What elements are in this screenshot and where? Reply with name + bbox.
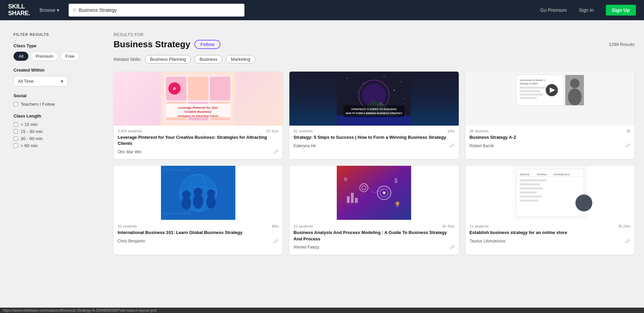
svg-text:HOW TO FORM A WINNING BUSINESS: HOW TO FORM A WINNING BUSINESS STRATEGY — [345, 112, 402, 114]
course-card-1[interactable]: P Leverage Pinterest for Your Creative B… — [114, 72, 283, 159]
course-thumb-5: $ ⚙ 💡 — [289, 166, 458, 221]
results-title: Business Strategy — [114, 39, 190, 50]
svg-point-39 — [570, 79, 579, 88]
svg-text:Strategic Position: Strategic Position — [520, 82, 538, 85]
course-card-2[interactable]: STRATEGY: 5 STEPS TO SUCCESS HOW TO FORM… — [289, 72, 458, 159]
created-within-select[interactable]: All Time ▾ — [14, 76, 68, 86]
teachers-follow-label: Teachers I Follow — [21, 102, 55, 107]
svg-text:Strategies for Attracting Clie: Strategies for Attracting Clients — [178, 114, 219, 118]
svg-point-21 — [404, 98, 405, 99]
bookmark-icon-4[interactable]: ☍ — [273, 238, 279, 244]
course-duration-3: 3h — [626, 129, 630, 133]
svg-rect-3 — [188, 77, 208, 100]
svg-text:General :: General : — [520, 173, 531, 176]
bookmark-icon-6[interactable]: ☍ — [625, 238, 630, 244]
class-type-label: Class Type — [14, 43, 99, 48]
skill-business[interactable]: Business — [194, 55, 222, 63]
svg-text:💡: 💡 — [394, 201, 401, 208]
length-15-30-input[interactable] — [14, 129, 18, 134]
course-meta-2: 41 students 14m — [289, 126, 458, 134]
svg-point-40 — [568, 88, 581, 105]
course-card-4[interactable]: 01001010100101001 10110010010110101 32 s… — [114, 166, 283, 254]
svg-rect-77 — [520, 183, 540, 185]
course-students-3: 38 students — [470, 129, 489, 133]
bookmark-icon-3[interactable]: ☍ — [625, 142, 630, 149]
teachers-follow-checkbox[interactable]: Teachers I Follow — [14, 102, 99, 107]
results-count: 1299 Results — [609, 42, 635, 47]
bookmark-icon-5[interactable]: ☍ — [449, 244, 455, 251]
svg-rect-76 — [520, 179, 547, 181]
course-duration-5: 2h 43m — [442, 224, 455, 228]
skill-marketing[interactable]: Marketing — [226, 55, 255, 63]
length-30-60[interactable]: 30 - 60 min — [14, 136, 99, 141]
course-card-6[interactable]: General : Timeline Development — [466, 166, 635, 254]
bookmark-icon-1[interactable]: ☍ — [273, 149, 279, 155]
results-title-area: Business Strategy Follow — [114, 39, 220, 50]
course-students-2: 41 students — [293, 129, 313, 133]
svg-rect-59 — [347, 196, 350, 203]
status-url: https://www.skillshare.com/classes/Busin… — [3, 308, 157, 312]
svg-point-53 — [206, 195, 216, 209]
course-author-5: Ahmed Fawzy — [293, 245, 319, 250]
course-card-3[interactable]: Introduction to Module 1: Strategic Posi… — [466, 72, 635, 159]
created-within-value: All Time — [18, 79, 33, 84]
course-author-4: Chris Benjamin — [118, 239, 145, 243]
svg-rect-80 — [520, 195, 542, 198]
sign-in-button[interactable]: Sign In — [579, 7, 594, 13]
svg-rect-60 — [351, 193, 354, 203]
go-premium-button[interactable]: Go Premium — [540, 7, 567, 13]
svg-point-51 — [193, 194, 203, 209]
teachers-follow-input[interactable] — [14, 102, 18, 106]
svg-rect-43 — [513, 107, 587, 126]
svg-point-19 — [357, 92, 357, 92]
length-gt60-input[interactable] — [14, 144, 18, 148]
logo[interactable]: SKILLSHARE. — [8, 3, 30, 17]
sidebar: FILTER RESULTS Class Type All Premium Fr… — [0, 20, 108, 313]
svg-rect-34 — [520, 87, 547, 89]
follow-button[interactable]: Follow — [194, 40, 220, 49]
svg-text:01001010100101001: 01001010100101001 — [163, 168, 190, 172]
course-author-row-1: Ohn Mar Win ☍ — [114, 149, 283, 159]
length-15-30[interactable]: 15 - 30 min — [14, 129, 99, 134]
svg-rect-37 — [520, 97, 536, 99]
course-author-row-3: Robert Barcik ☍ — [466, 142, 635, 153]
svg-point-20 — [394, 90, 395, 91]
course-thumb-6: General : Timeline Development — [466, 166, 635, 221]
svg-text:10110010010110101: 10110010010110101 — [163, 212, 190, 215]
navbar: SKILLSHARE. Browse ▾ ⚲ Go Premium Sign I… — [0, 0, 644, 20]
svg-rect-27 — [343, 105, 404, 117]
course-author-3: Robert Barcik — [470, 144, 494, 148]
course-meta-1: 2,454 students 1h 31m — [114, 126, 283, 134]
svg-text:Development: Development — [553, 173, 570, 176]
course-card-5[interactable]: $ ⚙ 💡 23 students 2h 43m Business Analys… — [289, 166, 458, 254]
svg-text:$: $ — [394, 177, 398, 184]
length-lt15-input[interactable] — [14, 122, 18, 127]
svg-text:Leverage Pinterest for Your: Leverage Pinterest for Your — [178, 106, 218, 109]
thumb-container-2: STRATEGY: 5 STEPS TO SUCCESS HOW TO FORM… — [289, 72, 458, 126]
sign-up-button[interactable]: Sign Up — [606, 5, 636, 16]
course-students-1: 2,454 students — [118, 129, 142, 133]
thumb-container-4: 01001010100101001 10110010010110101 — [114, 166, 283, 221]
bookmark-icon-2[interactable]: ☍ — [449, 142, 455, 149]
length-lt15[interactable]: < 15 min — [14, 122, 99, 127]
course-title-2: Strategy: 5 Steps to Success | How to Fo… — [289, 134, 458, 142]
svg-point-49 — [182, 196, 191, 210]
svg-rect-79 — [520, 191, 536, 193]
length-gt60[interactable]: > 60 min — [14, 143, 99, 148]
search-input[interactable] — [79, 7, 240, 13]
results-header: Business Strategy Follow 1299 Results — [114, 39, 635, 50]
filter-title: FILTER RESULTS — [14, 32, 99, 36]
related-skills-label: Related Skills: — [114, 57, 141, 62]
skill-business-planning[interactable]: Business Planning — [145, 55, 191, 63]
course-author-row-6: Taurius Litvinavicius ☍ — [466, 238, 635, 249]
class-type-free[interactable]: Free — [60, 52, 79, 61]
svg-rect-81 — [520, 200, 538, 202]
browse-button[interactable]: Browse ▾ — [37, 5, 62, 15]
course-author-row-2: Kateryna Hn ☍ — [289, 142, 458, 153]
length-30-60-input[interactable] — [14, 136, 18, 141]
class-type-premium[interactable]: Premium — [30, 52, 58, 61]
created-within-label: Created Within — [14, 68, 99, 73]
class-type-all[interactable]: All — [14, 52, 28, 61]
class-length-label: Class Length — [14, 113, 99, 119]
svg-point-64 — [383, 191, 385, 194]
